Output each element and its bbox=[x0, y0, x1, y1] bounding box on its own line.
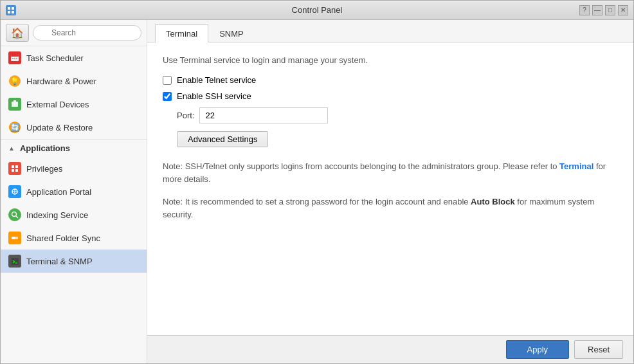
application-portal-icon bbox=[8, 185, 21, 198]
svg-rect-14 bbox=[15, 169, 18, 172]
enable-ssh-label[interactable]: Enable SSH service bbox=[177, 91, 251, 101]
sidebar-items: Task Scheduler 💡 Hardware & Power bbox=[1, 46, 147, 363]
window-title: Control Panel bbox=[292, 5, 343, 15]
enable-telnet-checkbox[interactable] bbox=[163, 76, 172, 85]
terminal-link[interactable]: Terminal bbox=[559, 161, 593, 171]
terminal-snmp-icon bbox=[8, 255, 21, 268]
svg-rect-7 bbox=[14, 58, 15, 59]
sidebar-item-terminal-snmp[interactable]: Terminal & SNMP bbox=[1, 250, 147, 273]
svg-rect-0 bbox=[8, 7, 10, 10]
update-restore-label: Update & Restore bbox=[26, 123, 93, 132]
task-scheduler-icon bbox=[8, 51, 21, 64]
svg-rect-6 bbox=[12, 58, 14, 59]
sidebar: 🏠 🔍 bbox=[1, 20, 147, 363]
right-panel: Terminal SNMP Use Terminal service to lo… bbox=[147, 20, 633, 363]
title-bar-left bbox=[6, 5, 16, 15]
maximize-button[interactable]: □ bbox=[605, 5, 615, 15]
terminal-snmp-label: Terminal & SNMP bbox=[26, 257, 93, 266]
sidebar-section-applications: ▲ Applications bbox=[1, 140, 147, 157]
indexing-service-icon bbox=[8, 208, 21, 221]
minimize-button[interactable]: — bbox=[592, 5, 602, 15]
external-devices-label: External Devices bbox=[26, 100, 89, 109]
sidebar-item-application-portal[interactable]: Application Portal bbox=[1, 180, 147, 203]
tab-terminal[interactable]: Terminal bbox=[155, 24, 208, 42]
note-2: Note: It is recommended to set a strong … bbox=[163, 196, 618, 221]
auto-block-bold: Auto Block bbox=[471, 197, 515, 206]
svg-point-18 bbox=[12, 212, 17, 217]
bottom-bar: Apply Reset bbox=[147, 335, 633, 363]
window-controls: ? — □ ✕ bbox=[579, 5, 628, 15]
tab-snmp[interactable]: SNMP bbox=[208, 24, 255, 42]
note1-text: Note: SSH/Telnet only supports logins fr… bbox=[163, 161, 559, 171]
svg-rect-3 bbox=[12, 11, 14, 14]
tabs-bar: Terminal SNMP bbox=[147, 20, 633, 42]
enable-ssh-row: Enable SSH service bbox=[163, 91, 618, 101]
advanced-settings-button[interactable]: Advanced Settings bbox=[177, 131, 268, 147]
enable-ssh-checkbox[interactable] bbox=[163, 92, 172, 101]
hardware-power-label: Hardware & Power bbox=[26, 77, 96, 86]
svg-rect-1 bbox=[12, 7, 14, 10]
main-window: Control Panel ? — □ ✕ 🏠 🔍 bbox=[0, 0, 634, 364]
title-bar: Control Panel ? — □ ✕ bbox=[1, 1, 633, 20]
svg-rect-23 bbox=[12, 258, 19, 265]
svg-rect-12 bbox=[15, 165, 18, 168]
help-button[interactable]: ? bbox=[579, 5, 590, 15]
privileges-icon bbox=[8, 162, 21, 175]
sidebar-item-hardware-power[interactable]: 💡 Hardware & Power bbox=[1, 69, 147, 93]
tab-description: Use Terminal service to login and manage… bbox=[163, 55, 618, 65]
close-button[interactable]: ✕ bbox=[618, 5, 628, 15]
search-input[interactable] bbox=[33, 25, 141, 41]
apply-button[interactable]: Apply bbox=[506, 340, 570, 359]
sidebar-item-update-restore[interactable]: 🔄 Update & Restore bbox=[1, 116, 147, 139]
shared-folder-sync-label: Shared Folder Sync bbox=[26, 233, 100, 243]
sidebar-item-external-devices[interactable]: External Devices bbox=[1, 93, 147, 116]
tab-content: Use Terminal service to login and manage… bbox=[147, 42, 633, 335]
port-input[interactable] bbox=[199, 107, 328, 123]
hardware-power-icon: 💡 bbox=[8, 75, 21, 87]
svg-line-19 bbox=[16, 216, 18, 218]
svg-rect-9 bbox=[12, 102, 18, 107]
port-label: Port: bbox=[177, 111, 194, 120]
port-row: Port: bbox=[177, 107, 618, 123]
shared-folder-sync-icon bbox=[8, 232, 21, 244]
task-scheduler-label: Task Scheduler bbox=[26, 53, 84, 63]
reset-button[interactable]: Reset bbox=[574, 340, 623, 359]
svg-rect-13 bbox=[12, 169, 14, 172]
sidebar-item-indexing-service[interactable]: Indexing Service bbox=[1, 203, 147, 226]
sidebar-item-privileges[interactable]: Privileges bbox=[1, 157, 147, 180]
note2-start: Note: It is recommended to set a strong … bbox=[163, 197, 471, 206]
enable-telnet-label[interactable]: Enable Telnet service bbox=[177, 75, 256, 85]
svg-rect-2 bbox=[8, 11, 10, 14]
indexing-service-label: Indexing Service bbox=[26, 210, 88, 220]
svg-rect-10 bbox=[14, 100, 16, 102]
svg-rect-11 bbox=[12, 165, 14, 168]
applications-header-label: Applications bbox=[20, 143, 70, 153]
note-1: Note: SSH/Telnet only supports logins fr… bbox=[163, 160, 618, 185]
main-content: 🏠 🔍 bbox=[1, 20, 633, 363]
sidebar-item-task-scheduler[interactable]: Task Scheduler bbox=[1, 46, 147, 69]
svg-rect-5 bbox=[11, 55, 19, 57]
application-portal-label: Application Portal bbox=[26, 187, 91, 197]
privileges-label: Privileges bbox=[26, 164, 62, 174]
svg-rect-8 bbox=[16, 58, 17, 59]
update-restore-icon: 🔄 bbox=[8, 121, 21, 134]
app-icon bbox=[6, 5, 16, 15]
chevron-icon: ▲ bbox=[8, 145, 15, 152]
enable-telnet-row: Enable Telnet service bbox=[163, 75, 618, 85]
sidebar-item-shared-folder-sync[interactable]: Shared Folder Sync bbox=[1, 226, 147, 250]
home-button[interactable]: 🏠 bbox=[6, 24, 29, 42]
external-devices-icon bbox=[8, 98, 21, 111]
